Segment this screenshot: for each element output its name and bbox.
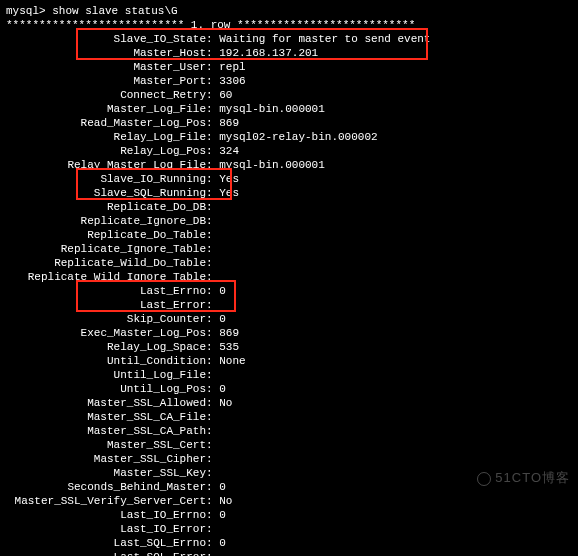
- status-key: Until_Log_File: [6, 368, 206, 382]
- status-value: mysql-bin.000001: [219, 102, 325, 116]
- status-value: mysql02-relay-bin.000002: [219, 130, 377, 144]
- status-row: Master_User: repl: [6, 60, 572, 74]
- status-row: Replicate_Ignore_DB:: [6, 214, 572, 228]
- colon: :: [206, 270, 219, 284]
- status-row: Connect_Retry: 60: [6, 88, 572, 102]
- status-key: Master_SSL_CA_Path: [6, 424, 206, 438]
- status-key: Seconds_Behind_Master: [6, 480, 206, 494]
- status-value: 324: [219, 144, 239, 158]
- status-row: Master_Log_File: mysql-bin.000001: [6, 102, 572, 116]
- status-key: Master_Port: [6, 74, 206, 88]
- status-key: Slave_IO_Running: [6, 172, 206, 186]
- status-key: Relay_Log_Pos: [6, 144, 206, 158]
- status-value: None: [219, 354, 245, 368]
- status-row: Master_SSL_Cert:: [6, 438, 572, 452]
- status-key: Master_SSL_Key: [6, 466, 206, 480]
- status-value: 0: [219, 536, 226, 550]
- status-row: Relay_Log_Space: 535: [6, 340, 572, 354]
- colon: :: [206, 158, 219, 172]
- status-key: Until_Log_Pos: [6, 382, 206, 396]
- colon: :: [206, 536, 219, 550]
- colon: :: [206, 46, 219, 60]
- status-key: Until_Condition: [6, 354, 206, 368]
- status-row: Master_SSL_CA_File:: [6, 410, 572, 424]
- colon: :: [206, 200, 219, 214]
- status-key: Last_Errno: [6, 284, 206, 298]
- colon: :: [206, 340, 219, 354]
- colon: :: [206, 298, 219, 312]
- colon: :: [206, 32, 219, 46]
- status-row: Slave_IO_State: Waiting for master to se…: [6, 32, 572, 46]
- status-key: Read_Master_Log_Pos: [6, 116, 206, 130]
- colon: :: [206, 424, 219, 438]
- status-row: Read_Master_Log_Pos: 869: [6, 116, 572, 130]
- status-row: Until_Log_File:: [6, 368, 572, 382]
- mysql-prompt[interactable]: mysql> show slave status\G: [6, 4, 572, 18]
- status-row: Slave_IO_Running: Yes: [6, 172, 572, 186]
- status-row: Master_Port: 3306: [6, 74, 572, 88]
- colon: :: [206, 256, 219, 270]
- status-value: Yes: [219, 172, 239, 186]
- status-value: 869: [219, 326, 239, 340]
- colon: :: [206, 452, 219, 466]
- status-output: Slave_IO_State: Waiting for master to se…: [6, 32, 572, 556]
- status-row: Last_SQL_Errno: 0: [6, 536, 572, 550]
- colon: :: [206, 228, 219, 242]
- status-key: Replicate_Wild_Do_Table: [6, 256, 206, 270]
- status-key: Replicate_Wild_Ignore_Table: [6, 270, 206, 284]
- status-row: Master_SSL_Verify_Server_Cert: No: [6, 494, 572, 508]
- status-key: Exec_Master_Log_Pos: [6, 326, 206, 340]
- status-value: 0: [219, 284, 226, 298]
- colon: :: [206, 550, 219, 556]
- status-key: Connect_Retry: [6, 88, 206, 102]
- colon: :: [206, 102, 219, 116]
- colon: :: [206, 74, 219, 88]
- status-value: 192.168.137.201: [219, 46, 318, 60]
- colon: :: [206, 326, 219, 340]
- status-row: Slave_SQL_Running: Yes: [6, 186, 572, 200]
- status-key: Replicate_Do_DB: [6, 200, 206, 214]
- colon: :: [206, 410, 219, 424]
- colon: :: [206, 438, 219, 452]
- status-value: 0: [219, 480, 226, 494]
- colon: :: [206, 284, 219, 298]
- status-key: Master_SSL_CA_File: [6, 410, 206, 424]
- status-key: Relay_Log_File: [6, 130, 206, 144]
- status-row: Master_SSL_CA_Path:: [6, 424, 572, 438]
- status-value: 0: [219, 382, 226, 396]
- status-row: Until_Condition: None: [6, 354, 572, 368]
- status-value: 60: [219, 88, 232, 102]
- status-row: Replicate_Ignore_Table:: [6, 242, 572, 256]
- status-key: Relay_Log_Space: [6, 340, 206, 354]
- colon: :: [206, 396, 219, 410]
- status-value: No: [219, 494, 232, 508]
- colon: :: [206, 60, 219, 74]
- status-row: Replicate_Do_DB:: [6, 200, 572, 214]
- status-key: Master_Host: [6, 46, 206, 60]
- row-separator: *************************** 1. row *****…: [6, 18, 572, 32]
- colon: :: [206, 116, 219, 130]
- status-key: Replicate_Ignore_Table: [6, 242, 206, 256]
- status-row: Last_SQL_Error:: [6, 550, 572, 556]
- status-row: Replicate_Wild_Do_Table:: [6, 256, 572, 270]
- colon: :: [206, 480, 219, 494]
- colon: :: [206, 382, 219, 396]
- status-key: Last_SQL_Error: [6, 550, 206, 556]
- status-value: mysql-bin.000001: [219, 158, 325, 172]
- status-row: Master_Host: 192.168.137.201: [6, 46, 572, 60]
- status-value: 0: [219, 312, 226, 326]
- status-key: Skip_Counter: [6, 312, 206, 326]
- colon: :: [206, 88, 219, 102]
- colon: :: [206, 242, 219, 256]
- status-value: 869: [219, 116, 239, 130]
- status-row: Skip_Counter: 0: [6, 312, 572, 326]
- status-row: Master_SSL_Allowed: No: [6, 396, 572, 410]
- status-key: Last_Error: [6, 298, 206, 312]
- status-row: Relay_Log_Pos: 324: [6, 144, 572, 158]
- status-row: Last_IO_Error:: [6, 522, 572, 536]
- status-row: Relay_Master_Log_File: mysql-bin.000001: [6, 158, 572, 172]
- colon: :: [206, 522, 219, 536]
- status-key: Last_SQL_Errno: [6, 536, 206, 550]
- colon: :: [206, 144, 219, 158]
- status-key: Master_User: [6, 60, 206, 74]
